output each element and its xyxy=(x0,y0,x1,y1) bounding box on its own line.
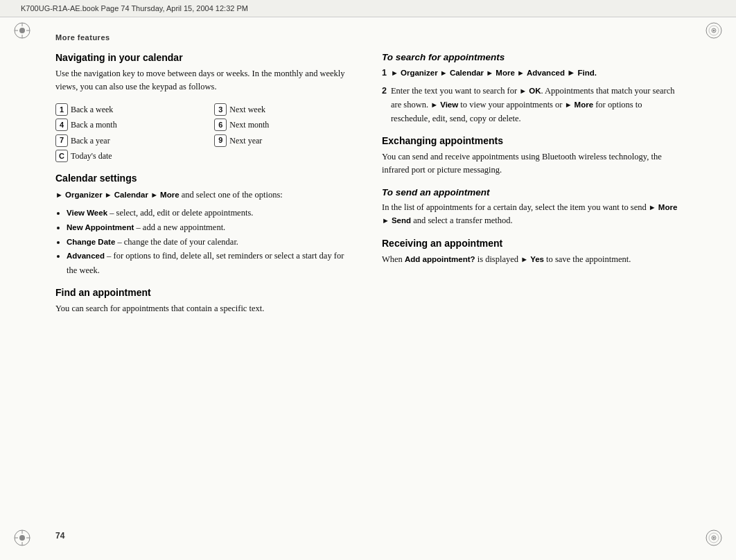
step1-arrow5: ► xyxy=(567,68,578,78)
receive-yes: Yes xyxy=(530,255,544,263)
corner-decoration-tl xyxy=(12,21,32,40)
step1-organizer: Organizer xyxy=(401,69,440,77)
right-column: To search for appointments 1 ► Organizer… xyxy=(382,52,681,525)
top-bar: K700UG-R1A-AE.book Page 74 Thursday, Apr… xyxy=(0,0,736,17)
step1-arrow2: ► xyxy=(440,69,448,77)
step2-more: More xyxy=(575,100,593,109)
key-c-badge: C xyxy=(55,150,68,162)
step1-find: Find. xyxy=(578,69,597,77)
receive-body-pre: When xyxy=(382,254,405,264)
key-c-cell: C Today's date xyxy=(55,149,156,163)
step2-ok: OK xyxy=(529,87,541,95)
list-item: 1 ► Organizer ► Calendar ► More ► Advanc… xyxy=(382,66,681,80)
key-4-cell: 4 Back a month xyxy=(55,118,156,132)
option-advanced: Advanced xyxy=(67,252,105,260)
step2-arrow1: ► xyxy=(519,87,529,95)
arrow-icon-3: ► xyxy=(150,191,160,199)
list-item: 2 Enter the text you want to search for … xyxy=(382,84,681,125)
step-2-content: Enter the text you want to search for ► … xyxy=(391,84,681,125)
path-calendar: Calendar xyxy=(114,191,148,199)
send-title: To send an appointment xyxy=(382,187,681,198)
search-steps-list: 1 ► Organizer ► Calendar ► More ► Advanc… xyxy=(382,66,681,125)
nav-body: Use the navigation key to move between d… xyxy=(55,67,354,94)
step2-arrow2: ► xyxy=(430,100,440,109)
search-title: To search for appointments xyxy=(382,52,681,62)
key-1-cell: 1 Back a week xyxy=(55,103,156,116)
receive-arrow: ► xyxy=(520,255,530,263)
cal-settings-title: Calendar settings xyxy=(55,173,354,184)
step-1-num: 1 xyxy=(382,66,387,80)
send-arrow2: ► xyxy=(382,216,392,225)
step2-view: View xyxy=(440,100,458,109)
step2-arrow3: ► xyxy=(565,100,575,109)
key-6-desc: Next month xyxy=(229,118,269,132)
exchange-body: You can send and receive appointments us… xyxy=(382,150,681,177)
send-more: More xyxy=(658,203,677,211)
key-4-desc: Back a month xyxy=(71,118,117,132)
key-1-badge: 1 xyxy=(55,103,68,116)
step1-advanced: Advanced xyxy=(527,69,565,77)
path-organizer: Organizer xyxy=(65,191,103,199)
key-3-cell: 3 Next week xyxy=(214,103,308,116)
key-9-cell: 9 Next year xyxy=(214,134,308,148)
option-view-week-desc: – select, add, edit or delete appointmen… xyxy=(109,208,253,218)
key-6-badge: 6 xyxy=(214,119,227,131)
send-body-pre: In the list of appointments for a certai… xyxy=(382,202,649,212)
receive-body-post: to save the appointment. xyxy=(546,254,631,264)
option-new-appt: New Appointment xyxy=(67,223,134,231)
option-view-week: View Week xyxy=(67,209,107,217)
svg-point-11 xyxy=(19,535,25,541)
corner-decoration-bl xyxy=(12,528,32,548)
arrow-icon-1: ► xyxy=(55,191,63,199)
step-1-content: ► Organizer ► Calendar ► More ► Advanced… xyxy=(391,66,597,80)
main-content: Navigating in your calendar Use the navi… xyxy=(55,52,681,525)
key-7-desc: Back a year xyxy=(71,134,110,148)
nav-title: Navigating in your calendar xyxy=(55,52,354,63)
key-c-desc: Today's date xyxy=(71,149,112,163)
corner-decoration-br xyxy=(704,528,724,548)
send-body-post: and select a transfer method. xyxy=(413,216,512,225)
receive-title: Receiving an appointment xyxy=(382,238,681,249)
step1-more: More xyxy=(496,69,517,77)
svg-point-19 xyxy=(713,537,715,539)
cal-settings-text: and select one of the options: xyxy=(182,190,283,200)
svg-point-1 xyxy=(19,28,25,33)
list-item: Change Date – change the date of your ca… xyxy=(67,235,354,250)
corner-decoration-tr xyxy=(704,21,724,40)
cal-settings-path: ► Organizer ► Calendar ► More and select… xyxy=(55,188,354,202)
key-7-badge: 7 xyxy=(55,134,68,147)
option-change-date: Change Date xyxy=(67,238,115,246)
step1-arrow1: ► xyxy=(391,69,398,77)
key-1-desc: Back a week xyxy=(71,103,113,116)
exchange-title: Exchanging appointments xyxy=(382,135,681,146)
find-title: Find an appointment xyxy=(55,287,354,298)
step-2-num: 2 xyxy=(382,84,387,125)
find-body: You can search for appointments that con… xyxy=(55,302,354,315)
list-item: New Appointment – add a new appointment. xyxy=(67,220,354,235)
send-arrow1: ► xyxy=(649,203,658,211)
option-change-date-desc: – change the date of your calendar. xyxy=(117,237,238,247)
file-info: K700UG-R1A-AE.book Page 74 Thursday, Apr… xyxy=(21,4,248,12)
section-header: More features xyxy=(55,33,110,42)
send-send: Send xyxy=(392,216,411,225)
path-more: More xyxy=(160,191,179,199)
key-6-cell: 6 Next month xyxy=(214,118,308,132)
key-9-desc: Next year xyxy=(229,134,262,148)
key-9-badge: 9 xyxy=(214,134,227,147)
option-advanced-desc: – for options to find, delete all, set r… xyxy=(67,251,344,275)
receive-add: Add appointment? xyxy=(405,255,475,263)
key-3-badge: 3 xyxy=(214,103,227,116)
option-new-appt-desc: – add a new appointment. xyxy=(136,222,225,232)
send-body: In the list of appointments for a certai… xyxy=(382,201,681,228)
key-4-badge: 4 xyxy=(55,119,68,131)
step1-arrow4: ► xyxy=(517,69,525,77)
svg-point-9 xyxy=(713,30,715,32)
list-item: Advanced – for options to find, delete a… xyxy=(67,249,354,277)
arrow-icon-2: ► xyxy=(105,191,114,199)
receive-body: When Add appointment? is displayed ► Yes… xyxy=(382,253,681,266)
step1-arrow3: ► xyxy=(486,69,493,77)
receive-body-mid: is displayed xyxy=(477,254,521,264)
page-number: 74 xyxy=(55,531,64,541)
key-3-desc: Next week xyxy=(229,103,265,116)
keypad-table: 1 Back a week 3 Next week 4 Back a month… xyxy=(55,103,354,164)
